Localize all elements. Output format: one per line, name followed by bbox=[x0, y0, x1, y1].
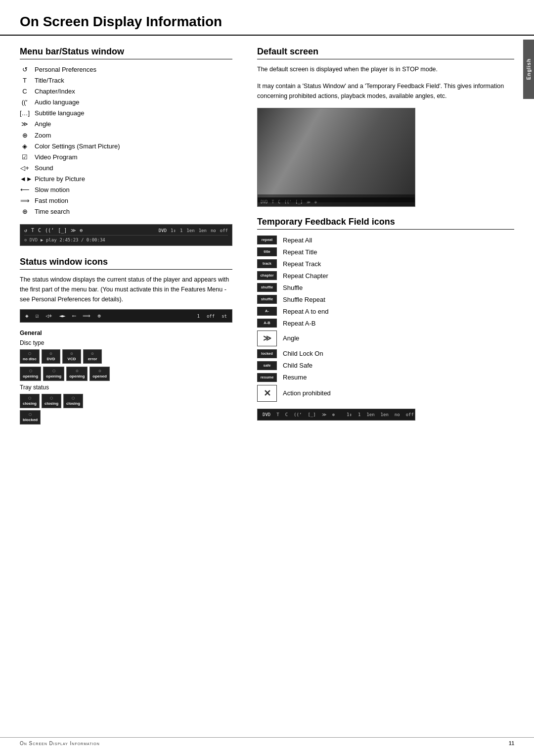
list-item: ≫ Angle bbox=[257, 331, 514, 346]
zoom-icon: ⊕ bbox=[20, 130, 30, 141]
list-item: resume Resume bbox=[257, 373, 514, 382]
menu-item-label: Personal Preferences bbox=[35, 64, 96, 75]
title-track-icon: T bbox=[20, 75, 30, 86]
list-item: ⟹ Fast motion bbox=[20, 195, 232, 206]
bsb-sub: [_] bbox=[308, 412, 315, 417]
status-bar-bottom-row: ⊙ DVD ▶ play 2:45:23 / 0:00:34 bbox=[24, 237, 228, 242]
disc-type-row: ⬡ no disc ⊙ DVD ⊙ VCD ⊙ error bbox=[20, 349, 232, 364]
status-val-sub: 1en bbox=[199, 228, 207, 233]
shuffle-badge: shuffle bbox=[257, 283, 277, 292]
list-item: ⊕ Time search bbox=[20, 206, 232, 217]
status-val-track: 1↕ bbox=[171, 228, 176, 233]
side-tab-label: English bbox=[526, 58, 532, 80]
angle-badge: ≫ bbox=[257, 331, 277, 346]
footer-label: On Screen Display Information bbox=[20, 741, 100, 746]
list-item: locked Child Lock On bbox=[257, 349, 514, 358]
menu-item-label: Fast motion bbox=[35, 195, 68, 206]
status-icon-bar: ◈ ☑ ◁+ ◄► ⟵ ⟹ ⊕ 1 off st bbox=[20, 309, 232, 323]
personal-prefs-icon: ↺ bbox=[20, 64, 30, 75]
preview-c: C bbox=[278, 200, 280, 204]
list-item: ◄► Picture by Picture bbox=[20, 174, 232, 185]
bsb-zoom: ⊕ bbox=[332, 412, 335, 417]
sw-icon-video: ☑ bbox=[36, 313, 39, 319]
time-display: 2:45:23 / 0:00:34 bbox=[60, 237, 105, 242]
list-item: ☑ Video Program bbox=[20, 152, 232, 163]
sw-icon-color: ◈ bbox=[25, 313, 29, 319]
menu-item-label: Time search bbox=[35, 206, 70, 217]
status-icon-prefs: ↺ bbox=[24, 228, 27, 233]
status-bar-top-row: ↺ T C ((ʻ [_] ≫ ⊕ DVD 1↕ 1 1en 1en no of… bbox=[24, 228, 228, 236]
time-search-icon: ⊕ bbox=[20, 206, 30, 217]
list-item: ⟵ Slow motion bbox=[20, 185, 232, 195]
list-item: T Title/Track bbox=[20, 75, 232, 86]
feedback-label: Repeat A-B bbox=[283, 320, 316, 327]
status-icon-audio: ((ʻ bbox=[45, 228, 54, 233]
footer-page: 11 bbox=[509, 741, 514, 746]
screen-preview: DVD T C ((ʻ [_] ≫ ⊕ bbox=[257, 108, 415, 207]
sw-icon-slow: ⟵ bbox=[73, 313, 76, 319]
bsb-dvd: DVD bbox=[263, 412, 270, 417]
chapter-index-icon: C bbox=[20, 86, 30, 97]
tray-badge-blocked: ⬡blocked bbox=[20, 410, 41, 425]
preview-angle: ≫ bbox=[307, 200, 311, 204]
status-icon-sub: [_] bbox=[58, 228, 67, 233]
status-val-angle: no bbox=[211, 228, 216, 233]
status-val-chapter: 1 bbox=[180, 228, 182, 233]
feedback-label: Shuffle Repeat bbox=[283, 296, 325, 303]
repeat-chapter-badge: chapter bbox=[257, 271, 277, 280]
list-item: safe Child Safe bbox=[257, 361, 514, 370]
list-item: ≫ Angle bbox=[20, 119, 232, 130]
general-section: General Disc type ⬡ no disc ⊙ DVD ⊙ VCD … bbox=[20, 330, 232, 425]
feedback-label: Angle bbox=[283, 334, 299, 342]
tray-badge-opening1: ⬡opening bbox=[20, 367, 41, 381]
menu-bar-section-title: Menu bar/Status window bbox=[20, 47, 232, 59]
menu-item-label: Audio language bbox=[35, 97, 79, 108]
list-item: repeat Repeat All bbox=[257, 236, 514, 244]
status-val-zoom: off bbox=[220, 228, 228, 233]
list-item: track Repeat Track bbox=[257, 259, 514, 268]
status-icon-t: T bbox=[31, 228, 34, 233]
preview-t: T bbox=[271, 200, 274, 204]
video-program-icon: ☑ bbox=[20, 152, 30, 163]
list-item: ((ʻ Audio language bbox=[20, 97, 232, 108]
bsb-val4: 1en bbox=[381, 412, 389, 417]
status-icon-c: C bbox=[38, 228, 41, 233]
repeat-title-badge: title bbox=[257, 247, 277, 256]
left-column: Menu bar/Status window ↺ Personal Prefer… bbox=[20, 36, 237, 426]
preview-dvd: DVD bbox=[261, 200, 267, 204]
bsb-audio: ((ʻ bbox=[294, 412, 302, 417]
list-item: title Repeat Title bbox=[257, 247, 514, 256]
repeat-a-end-badge: A- bbox=[257, 307, 277, 316]
sound-icon: ◁+ bbox=[20, 163, 30, 174]
main-content: Menu bar/Status window ↺ Personal Prefer… bbox=[0, 36, 534, 426]
feedback-icon-list: repeat Repeat All title Repeat Title tra… bbox=[257, 236, 514, 402]
disc-badge-error: ⊙ error bbox=[83, 349, 102, 364]
audio-lang-icon: ((ʻ bbox=[20, 97, 30, 108]
tray-badge-closing1: ⬡closing bbox=[20, 394, 40, 408]
default-screen-text2: It may contain a 'Status Window' and a '… bbox=[257, 81, 514, 101]
list-item: A- Repeat A to end bbox=[257, 307, 514, 316]
feedback-label: Repeat A to end bbox=[283, 308, 329, 315]
status-val-audio: 1en bbox=[186, 228, 194, 233]
menu-item-list: ↺ Personal Preferences T Title/Track C C… bbox=[20, 64, 232, 217]
list-item: ◈ Color Settings (Smart Picture) bbox=[20, 141, 232, 152]
tray-badge-opening2: ⬡opening bbox=[43, 367, 64, 381]
status-icon-angle: ≫ bbox=[71, 228, 76, 233]
bsb-c: C bbox=[285, 412, 288, 417]
feedback-label: Repeat Title bbox=[283, 248, 317, 256]
menu-item-label: Picture by Picture bbox=[35, 174, 85, 185]
repeat-all-badge: repeat bbox=[257, 236, 277, 244]
fast-motion-icon: ⟹ bbox=[20, 195, 30, 206]
menu-item-label: Slow motion bbox=[35, 185, 70, 195]
list-item: ✕ Action prohibited bbox=[257, 385, 514, 402]
bottom-status-bar: DVD T C ((ʻ [_] ≫ ⊕ 1↕ 1 1en 1en no off bbox=[257, 409, 415, 421]
bsb-val3: 1en bbox=[366, 412, 374, 417]
tray-badge-closing3: ⬡closing bbox=[63, 394, 83, 408]
status-icon-zoom: ⊕ bbox=[80, 228, 83, 233]
list-item: shuffle Shuffle bbox=[257, 283, 514, 292]
angle-icon: ≫ bbox=[20, 119, 30, 130]
list-item: […] Subtitle language bbox=[20, 108, 232, 119]
dvd-icon-small: ⊙ DVD bbox=[24, 237, 38, 242]
status-window-section-title: Status window icons bbox=[20, 257, 232, 270]
sw-val-st: st bbox=[222, 314, 227, 319]
